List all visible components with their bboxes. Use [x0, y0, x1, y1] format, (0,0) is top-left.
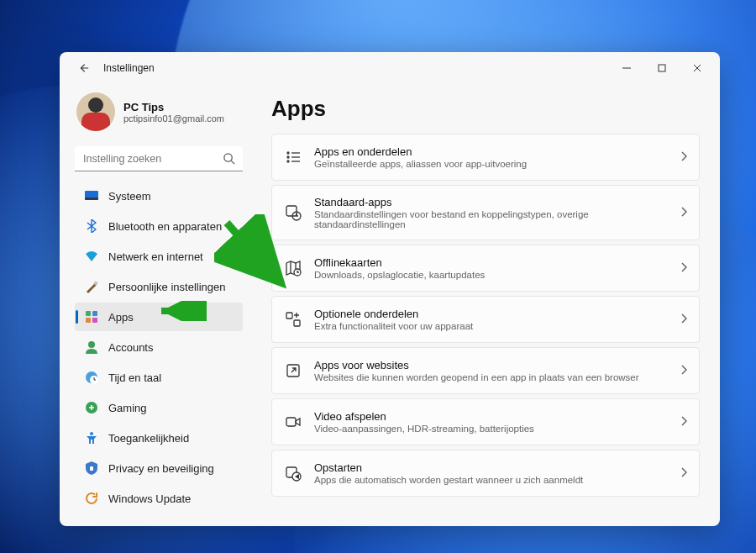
nav-label: Gaming [108, 402, 147, 414]
main-content: Apps Apps en onderdelen Geïnstalleerde a… [253, 84, 720, 526]
svg-rect-1 [659, 65, 665, 71]
avatar [76, 92, 115, 131]
bluetooth-icon [85, 219, 98, 233]
settings-window: Instellingen PC Tips pctipsinfo01@gmail.… [60, 52, 720, 526]
svg-rect-29 [294, 320, 300, 326]
default-apps-icon [284, 203, 302, 222]
list-icon [284, 148, 302, 166]
wifi-icon [85, 250, 98, 263]
chevron-right-icon [680, 414, 687, 429]
search-box [75, 146, 243, 171]
svg-point-23 [287, 161, 289, 162]
nav-label: Systeem [108, 190, 151, 203]
card-optionele-onderdelen[interactable]: Optionele onderdelen Extra functionalite… [271, 296, 700, 343]
card-offlinekaarten[interactable]: Offlinekaarten Downloads, opslaglocatie,… [271, 245, 700, 292]
maximize-button[interactable] [644, 56, 680, 80]
nav-item-windows-update[interactable]: Windows Update [75, 484, 243, 513]
card-title: Standaard-apps [314, 196, 669, 208]
close-button[interactable] [680, 56, 715, 80]
chevron-right-icon [680, 205, 687, 220]
svg-point-13 [88, 341, 95, 348]
card-sub: Extra functionaliteit voor uw apparaat [314, 321, 669, 331]
nav-label: Toegankelijkheid [108, 432, 189, 445]
svg-rect-7 [85, 198, 98, 200]
search-icon [223, 152, 235, 168]
card-opstarten[interactable]: Opstarten Apps die automatisch worden ge… [271, 450, 700, 497]
svg-rect-11 [86, 318, 91, 323]
nav-item-privacy[interactable]: Privacy en beveiliging [75, 454, 243, 482]
back-button[interactable] [71, 56, 95, 80]
nav-label: Tijd en taal [108, 371, 161, 384]
svg-line-5 [231, 161, 234, 164]
page-title: Apps [271, 96, 700, 122]
card-title: Opstarten [314, 461, 669, 474]
nav-label: Netwerk en internet [108, 250, 203, 263]
close-icon [693, 64, 701, 72]
card-sub: Websites die kunnen worden geopend in ee… [314, 372, 669, 382]
card-sub: Video-aanpassingen, HDR-streaming, batte… [314, 424, 669, 434]
nav-item-gaming[interactable]: Gaming [75, 393, 243, 422]
titlebar: Instellingen [60, 52, 720, 84]
minimize-button[interactable] [609, 56, 644, 80]
video-icon [284, 413, 302, 431]
minimize-icon [622, 64, 631, 72]
svg-point-21 [287, 156, 289, 158]
card-apps-onderdelen[interactable]: Apps en onderdelen Geïnstalleerde apps, … [271, 134, 700, 181]
accessibility-icon [85, 431, 98, 445]
chevron-right-icon [680, 363, 687, 378]
sidebar: PC Tips pctipsinfo01@gmail.com Systeem B… [60, 84, 253, 526]
person-icon [85, 340, 98, 354]
update-icon [85, 492, 98, 505]
profile-block[interactable]: PC Tips pctipsinfo01@gmail.com [75, 91, 243, 143]
startup-icon [284, 464, 302, 482]
nav-label: Bluetooth en apparaten [108, 220, 222, 233]
search-input[interactable] [75, 146, 243, 171]
nav-item-bluetooth[interactable]: Bluetooth en apparaten [75, 212, 243, 240]
nav-item-toegankelijkheid[interactable]: Toegankelijkheid [75, 424, 243, 452]
nav: Systeem Bluetooth en apparaten Netwerk e… [75, 182, 243, 513]
svg-rect-31 [286, 418, 296, 426]
nav-label: Privacy en beveiliging [108, 462, 214, 475]
card-sub: Downloads, opslaglocatie, kaartupdates [314, 270, 669, 280]
globe-clock-icon [85, 371, 98, 384]
nav-item-apps[interactable]: Apps [75, 303, 243, 331]
chevron-right-icon [680, 466, 687, 481]
card-list: Apps en onderdelen Geïnstalleerde apps, … [271, 134, 700, 497]
brush-icon [85, 280, 98, 293]
map-icon [284, 259, 302, 277]
maximize-icon [658, 64, 666, 72]
gaming-icon [85, 401, 98, 414]
card-apps-voor-websites[interactable]: Apps voor websites Websites die kunnen w… [271, 347, 700, 394]
nav-label: Apps [108, 311, 134, 324]
svg-rect-12 [92, 318, 97, 323]
nav-item-tijd-taal[interactable]: Tijd en taal [75, 363, 243, 392]
window-title: Instellingen [103, 62, 155, 74]
svg-point-4 [224, 154, 232, 161]
svg-rect-28 [286, 313, 292, 319]
chevron-right-icon [680, 150, 687, 165]
nav-label: Windows Update [108, 492, 191, 505]
card-sub: Standaardinstellingen voor bestand en ko… [314, 209, 669, 229]
nav-item-accounts[interactable]: Accounts [75, 333, 243, 361]
nav-item-systeem[interactable]: Systeem [75, 182, 243, 210]
apps-icon [85, 310, 98, 324]
svg-point-17 [90, 432, 93, 435]
open-external-icon [284, 361, 302, 380]
card-video-afspelen[interactable]: Video afspelen Video-aanpassingen, HDR-s… [271, 398, 700, 445]
nav-item-personalisatie[interactable]: Persoonlijke instellingen [75, 272, 243, 301]
svg-rect-25 [286, 206, 297, 216]
svg-rect-18 [90, 466, 93, 471]
card-sub: Geïnstalleerde apps, aliassen voor app-u… [314, 159, 669, 169]
nav-label: Persoonlijke instellingen [108, 281, 225, 293]
profile-email: pctipsinfo01@gmail.com [123, 113, 224, 124]
display-icon [85, 189, 98, 203]
svg-rect-10 [92, 311, 97, 316]
card-standaard-apps[interactable]: Standaard-apps Standaardinstellingen voo… [271, 185, 700, 240]
card-title: Apps voor websites [314, 359, 669, 371]
nav-item-netwerk[interactable]: Netwerk en internet [75, 242, 243, 271]
nav-label: Accounts [108, 341, 153, 354]
card-title: Offlinekaarten [314, 256, 669, 269]
chevron-right-icon [680, 312, 687, 327]
card-title: Optionele onderdelen [314, 308, 669, 320]
components-icon [284, 310, 302, 329]
